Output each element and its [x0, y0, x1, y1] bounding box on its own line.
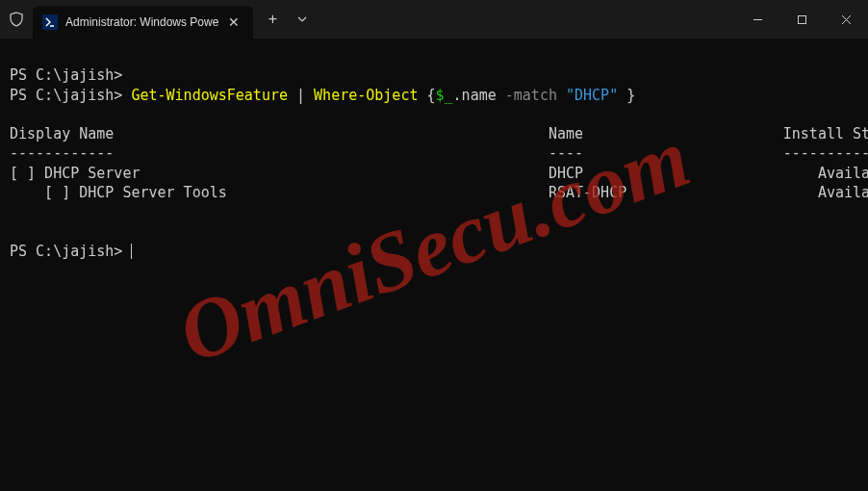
col-sep: ------------ [10, 144, 114, 162]
minimize-button[interactable] [735, 0, 779, 39]
powershell-icon [42, 14, 58, 30]
close-button[interactable] [824, 0, 868, 39]
col-header: Display Name [10, 125, 114, 142]
shield-icon [8, 11, 25, 28]
active-tab[interactable]: Administrator: Windows Powe ✕ [33, 6, 253, 39]
cmdlet: Where-Object [314, 87, 418, 104]
row-install: Available [818, 165, 868, 182]
tab-title: Administrator: Windows Powe [65, 15, 218, 29]
terminal-output[interactable]: PS C:\jajish> PS C:\jajish> Get-WindowsF… [0, 39, 868, 269]
prompt-line: PS C:\jajish> [10, 243, 131, 260]
prompt-line: PS C:\jajish> [10, 87, 131, 104]
maximize-button[interactable] [779, 0, 824, 39]
col-sep: ------------- [783, 144, 868, 162]
col-header: Name [549, 125, 583, 142]
string: "DHCP" [566, 87, 618, 104]
row-name: DHCP [549, 165, 583, 182]
row-install: Available [818, 184, 868, 201]
cursor [131, 244, 132, 259]
window-controls [735, 0, 868, 39]
brace: } [618, 87, 635, 104]
row-display: [ ] DHCP Server Tools [10, 184, 227, 201]
operator: -match [505, 87, 566, 104]
prompt-line: PS C:\jajish> [10, 66, 122, 84]
tab-dropdown-button[interactable] [288, 4, 317, 35]
row-display: [ ] DHCP Server [10, 165, 140, 182]
col-header: Install State [783, 125, 868, 142]
col-sep: ---- [549, 144, 583, 162]
member: .name [453, 87, 505, 104]
brace: { [418, 87, 435, 104]
new-tab-button[interactable]: + [257, 4, 288, 35]
row-name: RSAT-DHCP [549, 184, 626, 201]
variable: $_ [436, 87, 453, 104]
titlebar: Administrator: Windows Powe ✕ + [0, 0, 868, 39]
pipe: | [288, 87, 314, 104]
svg-rect-1 [798, 15, 805, 23]
tab-close-button[interactable]: ✕ [224, 13, 243, 32]
cmdlet: Get-WindowsFeature [131, 87, 288, 104]
